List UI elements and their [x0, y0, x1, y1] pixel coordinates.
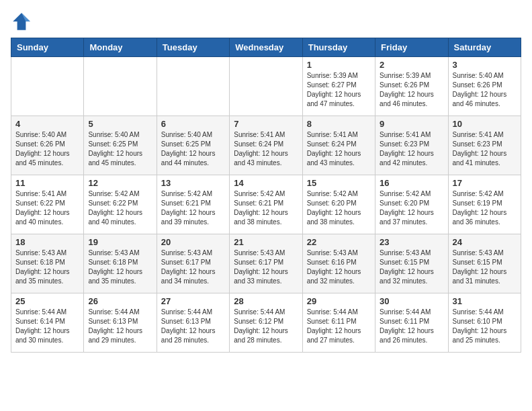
logo-icon	[11, 11, 32, 32]
calendar-cell: 1Sunrise: 5:39 AM Sunset: 6:27 PM Daylig…	[302, 57, 375, 116]
day-info: Sunrise: 5:42 AM Sunset: 6:19 PM Dayligh…	[453, 189, 517, 227]
calendar-cell: 7Sunrise: 5:41 AM Sunset: 6:24 PM Daylig…	[230, 116, 302, 175]
calendar-week-4: 18Sunrise: 5:43 AM Sunset: 6:18 PM Dayli…	[11, 234, 521, 293]
day-info: Sunrise: 5:39 AM Sunset: 6:27 PM Dayligh…	[307, 71, 371, 109]
day-info: Sunrise: 5:42 AM Sunset: 6:20 PM Dayligh…	[307, 189, 371, 227]
calendar-week-2: 4Sunrise: 5:40 AM Sunset: 6:26 PM Daylig…	[11, 116, 521, 175]
day-number: 22	[307, 237, 371, 247]
col-header-sunday: Sunday	[11, 38, 84, 57]
col-header-friday: Friday	[375, 38, 448, 57]
day-number: 15	[307, 178, 371, 188]
day-info: Sunrise: 5:43 AM Sunset: 6:18 PM Dayligh…	[15, 248, 79, 286]
calendar-cell	[157, 57, 229, 116]
calendar-cell: 9Sunrise: 5:41 AM Sunset: 6:23 PM Daylig…	[375, 116, 448, 175]
calendar-cell: 4Sunrise: 5:40 AM Sunset: 6:26 PM Daylig…	[11, 116, 84, 175]
day-info: Sunrise: 5:44 AM Sunset: 6:13 PM Dayligh…	[161, 308, 225, 345]
day-number: 17	[453, 178, 517, 188]
col-header-thursday: Thursday	[302, 38, 375, 57]
day-number: 11	[15, 178, 79, 188]
day-info: Sunrise: 5:44 AM Sunset: 6:10 PM Dayligh…	[453, 308, 517, 345]
calendar-header-row: SundayMondayTuesdayWednesdayThursdayFrid…	[11, 38, 521, 57]
day-number: 9	[380, 119, 443, 129]
calendar-cell: 31Sunrise: 5:44 AM Sunset: 6:10 PM Dayli…	[448, 293, 521, 353]
calendar-week-1: 1Sunrise: 5:39 AM Sunset: 6:27 PM Daylig…	[11, 57, 521, 116]
day-info: Sunrise: 5:42 AM Sunset: 6:21 PM Dayligh…	[161, 189, 225, 227]
calendar-week-3: 11Sunrise: 5:41 AM Sunset: 6:22 PM Dayli…	[11, 175, 521, 234]
day-info: Sunrise: 5:40 AM Sunset: 6:26 PM Dayligh…	[15, 130, 79, 168]
calendar-cell: 20Sunrise: 5:43 AM Sunset: 6:17 PM Dayli…	[157, 234, 229, 293]
day-number: 23	[380, 237, 443, 247]
day-number: 3	[453, 60, 517, 70]
day-info: Sunrise: 5:44 AM Sunset: 6:14 PM Dayligh…	[15, 308, 79, 345]
calendar-cell: 3Sunrise: 5:40 AM Sunset: 6:26 PM Daylig…	[448, 57, 521, 116]
day-number: 14	[234, 178, 298, 188]
day-info: Sunrise: 5:43 AM Sunset: 6:16 PM Dayligh…	[307, 248, 371, 286]
day-info: Sunrise: 5:40 AM Sunset: 6:26 PM Dayligh…	[453, 71, 517, 109]
logo	[11, 11, 35, 32]
col-header-saturday: Saturday	[448, 38, 521, 57]
day-number: 29	[307, 296, 371, 306]
day-info: Sunrise: 5:39 AM Sunset: 6:26 PM Dayligh…	[380, 71, 443, 109]
calendar-cell: 23Sunrise: 5:43 AM Sunset: 6:15 PM Dayli…	[375, 234, 448, 293]
day-number: 1	[307, 60, 371, 70]
day-info: Sunrise: 5:41 AM Sunset: 6:24 PM Dayligh…	[234, 130, 298, 168]
day-info: Sunrise: 5:44 AM Sunset: 6:11 PM Dayligh…	[380, 308, 443, 345]
day-info: Sunrise: 5:42 AM Sunset: 6:20 PM Dayligh…	[380, 189, 443, 227]
day-number: 8	[307, 119, 371, 129]
calendar-cell: 21Sunrise: 5:43 AM Sunset: 6:17 PM Dayli…	[230, 234, 302, 293]
day-info: Sunrise: 5:44 AM Sunset: 6:11 PM Dayligh…	[307, 308, 371, 345]
day-number: 18	[15, 237, 79, 247]
calendar-cell: 27Sunrise: 5:44 AM Sunset: 6:13 PM Dayli…	[157, 293, 229, 353]
calendar-cell: 28Sunrise: 5:44 AM Sunset: 6:12 PM Dayli…	[230, 293, 302, 353]
calendar-cell: 17Sunrise: 5:42 AM Sunset: 6:19 PM Dayli…	[448, 175, 521, 234]
calendar-cell	[84, 57, 157, 116]
col-header-wednesday: Wednesday	[230, 38, 302, 57]
day-number: 30	[380, 296, 443, 306]
day-info: Sunrise: 5:41 AM Sunset: 6:22 PM Dayligh…	[15, 189, 79, 227]
col-header-tuesday: Tuesday	[157, 38, 229, 57]
calendar-cell: 22Sunrise: 5:43 AM Sunset: 6:16 PM Dayli…	[302, 234, 375, 293]
day-info: Sunrise: 5:40 AM Sunset: 6:25 PM Dayligh…	[88, 130, 152, 168]
day-info: Sunrise: 5:41 AM Sunset: 6:24 PM Dayligh…	[307, 130, 371, 168]
calendar-table: SundayMondayTuesdayWednesdayThursdayFrid…	[11, 38, 521, 353]
day-info: Sunrise: 5:42 AM Sunset: 6:21 PM Dayligh…	[234, 189, 298, 227]
calendar-cell: 5Sunrise: 5:40 AM Sunset: 6:25 PM Daylig…	[84, 116, 157, 175]
day-number: 6	[161, 119, 225, 129]
day-number: 16	[380, 178, 443, 188]
day-number: 7	[234, 119, 298, 129]
day-number: 25	[15, 296, 79, 306]
page-header	[11, 11, 521, 32]
calendar-cell: 30Sunrise: 5:44 AM Sunset: 6:11 PM Dayli…	[375, 293, 448, 353]
calendar-cell: 19Sunrise: 5:43 AM Sunset: 6:18 PM Dayli…	[84, 234, 157, 293]
day-number: 2	[380, 60, 443, 70]
day-info: Sunrise: 5:44 AM Sunset: 6:12 PM Dayligh…	[234, 308, 298, 345]
day-info: Sunrise: 5:43 AM Sunset: 6:17 PM Dayligh…	[161, 248, 225, 286]
calendar-cell: 13Sunrise: 5:42 AM Sunset: 6:21 PM Dayli…	[157, 175, 229, 234]
day-number: 5	[88, 119, 152, 129]
day-number: 24	[453, 237, 517, 247]
calendar-cell: 26Sunrise: 5:44 AM Sunset: 6:13 PM Dayli…	[84, 293, 157, 353]
calendar-cell	[230, 57, 302, 116]
calendar-cell: 14Sunrise: 5:42 AM Sunset: 6:21 PM Dayli…	[230, 175, 302, 234]
calendar-cell: 8Sunrise: 5:41 AM Sunset: 6:24 PM Daylig…	[302, 116, 375, 175]
calendar-cell: 10Sunrise: 5:41 AM Sunset: 6:23 PM Dayli…	[448, 116, 521, 175]
day-number: 26	[88, 296, 152, 306]
day-number: 19	[88, 237, 152, 247]
day-info: Sunrise: 5:41 AM Sunset: 6:23 PM Dayligh…	[380, 130, 443, 168]
calendar-cell: 25Sunrise: 5:44 AM Sunset: 6:14 PM Dayli…	[11, 293, 84, 353]
day-number: 20	[161, 237, 225, 247]
calendar-week-5: 25Sunrise: 5:44 AM Sunset: 6:14 PM Dayli…	[11, 293, 521, 353]
day-number: 27	[161, 296, 225, 306]
calendar-cell: 29Sunrise: 5:44 AM Sunset: 6:11 PM Dayli…	[302, 293, 375, 353]
calendar-cell: 11Sunrise: 5:41 AM Sunset: 6:22 PM Dayli…	[11, 175, 84, 234]
calendar-cell: 12Sunrise: 5:42 AM Sunset: 6:22 PM Dayli…	[84, 175, 157, 234]
day-number: 10	[453, 119, 517, 129]
day-info: Sunrise: 5:43 AM Sunset: 6:15 PM Dayligh…	[380, 248, 443, 286]
day-info: Sunrise: 5:41 AM Sunset: 6:23 PM Dayligh…	[453, 130, 517, 168]
day-number: 12	[88, 178, 152, 188]
day-number: 31	[453, 296, 517, 306]
day-info: Sunrise: 5:44 AM Sunset: 6:13 PM Dayligh…	[88, 308, 152, 345]
day-info: Sunrise: 5:43 AM Sunset: 6:17 PM Dayligh…	[234, 248, 298, 286]
day-info: Sunrise: 5:43 AM Sunset: 6:15 PM Dayligh…	[453, 248, 517, 286]
calendar-cell: 18Sunrise: 5:43 AM Sunset: 6:18 PM Dayli…	[11, 234, 84, 293]
